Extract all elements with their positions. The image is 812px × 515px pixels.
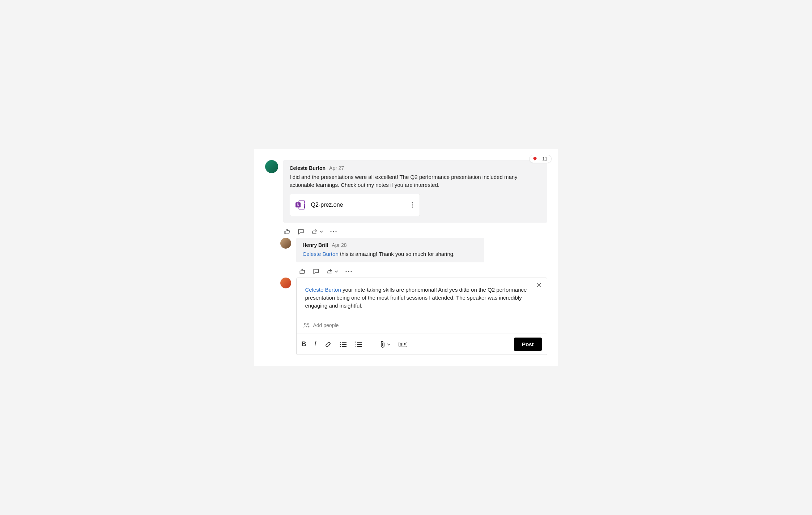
onenote-icon: N [294, 199, 306, 211]
italic-button[interactable]: I [314, 340, 316, 348]
svg-rect-1 [304, 201, 305, 203]
svg-point-9 [330, 231, 331, 232]
chevron-down-icon [319, 230, 323, 233]
comment-button[interactable] [313, 268, 319, 275]
add-people-icon [303, 322, 310, 329]
svg-rect-3 [304, 206, 305, 208]
like-button[interactable] [284, 228, 290, 235]
post-date: Apr 28 [332, 242, 347, 248]
author-name[interactable]: Henry Brill [303, 242, 328, 248]
user-mention[interactable]: Celeste Burton [305, 287, 341, 293]
post-body: I did and the presentations were all exc… [290, 173, 541, 189]
gif-button[interactable]: GIF [399, 342, 408, 347]
reply-text: this is amazing! Thank you so much for s… [339, 251, 455, 257]
svg-point-8 [412, 207, 413, 208]
reply-bubble: Henry Brill Apr 28 Celeste Burton this i… [296, 238, 484, 262]
svg-point-13 [348, 271, 349, 272]
svg-point-15 [304, 323, 306, 325]
reply-header: Henry Brill Apr 28 [303, 242, 478, 248]
share-button[interactable] [311, 228, 323, 235]
avatar[interactable] [265, 160, 278, 173]
attachment-filename: Q2-prez.one [311, 202, 404, 208]
attachment-more-icon[interactable] [409, 201, 415, 209]
share-button[interactable] [327, 268, 338, 275]
avatar[interactable] [280, 238, 291, 249]
svg-point-17 [340, 342, 341, 343]
heart-icon [532, 156, 537, 161]
close-composer-button[interactable] [535, 282, 543, 289]
add-people-button[interactable]: Add people [297, 318, 547, 334]
user-mention[interactable]: Celeste Burton [303, 251, 339, 257]
svg-point-6 [412, 202, 413, 203]
composer-toolbar: B I 123 GIF [297, 334, 547, 355]
svg-text:3: 3 [355, 346, 356, 348]
svg-text:N: N [297, 203, 299, 207]
bold-button[interactable]: B [302, 340, 306, 348]
svg-point-19 [340, 346, 341, 347]
svg-point-18 [340, 344, 341, 345]
post-actions [265, 226, 547, 238]
comment-button[interactable] [298, 228, 304, 235]
more-button[interactable] [330, 231, 337, 232]
svg-point-10 [333, 231, 334, 232]
svg-point-11 [335, 231, 336, 232]
svg-point-14 [350, 271, 352, 272]
like-button[interactable] [299, 268, 306, 275]
post-header: Celeste Burton Apr 27 [290, 165, 541, 171]
svg-point-7 [412, 205, 413, 206]
svg-point-12 [345, 271, 347, 272]
svg-point-16 [307, 323, 308, 325]
svg-rect-2 [304, 204, 305, 206]
post-bubble: Celeste Burton Apr 27 I did and the pres… [283, 160, 547, 223]
add-people-label: Add people [313, 322, 339, 328]
reply-composer: Celeste Burton your note-taking skills a… [296, 278, 547, 355]
reaction-divider [540, 156, 540, 161]
author-name[interactable]: Celeste Burton [290, 165, 326, 171]
conversation-card: 11 Celeste Burton Apr 27 I did and the p… [254, 149, 558, 366]
attach-button[interactable] [380, 341, 391, 348]
avatar[interactable] [280, 278, 291, 288]
reaction-pill[interactable]: 11 [529, 155, 551, 163]
chevron-down-icon [335, 270, 338, 273]
bulleted-list-button[interactable] [340, 341, 347, 348]
link-button[interactable] [324, 341, 332, 348]
more-button[interactable] [345, 271, 352, 272]
composer-row: Celeste Burton your note-taking skills a… [265, 278, 547, 355]
post: Celeste Burton Apr 27 I did and the pres… [265, 160, 547, 223]
post-date: Apr 27 [329, 165, 344, 171]
attachment-card[interactable]: N Q2-prez.one [290, 194, 420, 216]
reply-body: Celeste Burton this is amazing! Thank yo… [303, 250, 478, 258]
post-button[interactable]: Post [514, 338, 542, 351]
composer-textarea[interactable]: Celeste Burton your note-taking skills a… [305, 286, 538, 315]
numbered-list-button[interactable]: 123 [355, 341, 362, 348]
toolbar-separator [371, 340, 371, 348]
reaction-count: 11 [542, 156, 547, 162]
reply-actions [265, 265, 547, 278]
chevron-down-icon [387, 343, 391, 346]
reply-post: Henry Brill Apr 28 Celeste Burton this i… [265, 238, 547, 262]
